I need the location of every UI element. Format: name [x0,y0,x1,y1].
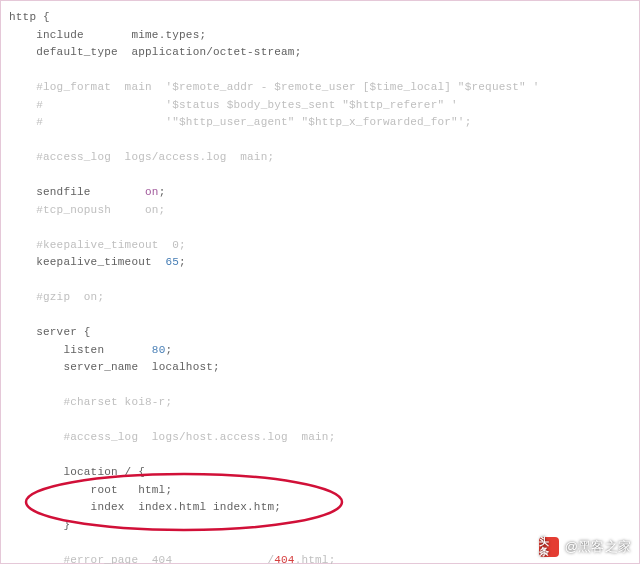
code-comment: #log_format main '$remote_addr - $remote… [9,81,539,93]
code-viewport: http { include mime.types; default_type … [0,0,640,564]
code-comment: #keepalive_timeout 0; [9,239,186,251]
code-comment: #access_log logs/host.access.log main; [9,431,335,443]
code-comment: #gzip on; [9,291,104,303]
watermark: 头条 @黑客之家 [539,537,631,557]
code-comment: #access_log logs/access.log main; [9,151,274,163]
code-line: keepalive_timeout [9,256,165,268]
watermark-text: @黑客之家 [565,538,631,556]
code-line: include [9,29,131,41]
code-comment: # '$status $body_bytes_sent "$http_refer… [9,99,458,111]
nginx-config-code: http { include mime.types; default_type … [1,1,639,564]
code-line: listen [9,344,152,356]
toutiao-logo-icon: 头条 [539,537,559,557]
code-line: sendfile [9,186,145,198]
code-line: } [9,519,70,531]
code-line: server { [9,326,91,338]
code-line: index index.html index.htm; [9,501,281,513]
code-line: server_name [9,361,152,373]
code-comment: #error_page 404 / [9,554,274,565]
code-line: location / { [9,466,145,478]
code-line: http { [9,11,50,23]
code-comment: #charset koi8-r; [9,396,172,408]
code-line: default_type [9,46,131,58]
code-comment: #tcp_nopush on; [9,204,165,216]
code-comment: # '"$http_user_agent" "$http_x_forwarded… [9,116,471,128]
code-line: root html; [9,484,172,496]
